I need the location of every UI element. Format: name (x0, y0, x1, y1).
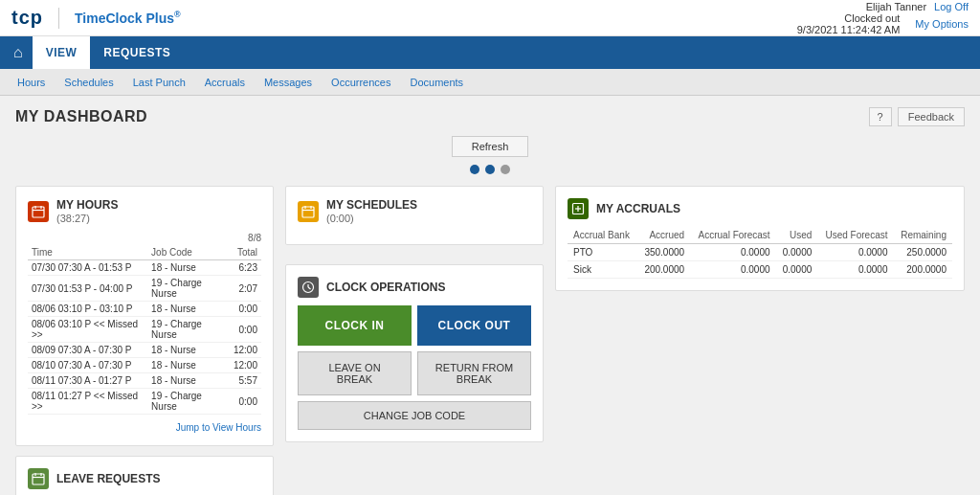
accrual-remaining: 250.0000 (893, 244, 952, 261)
dot-2 (485, 165, 495, 174)
schedules-icon (298, 201, 319, 222)
row-time: 07/30 01:53 P - 04:00 P (28, 276, 147, 302)
row-total: 6:23 (230, 260, 261, 276)
svg-rect-0 (33, 207, 44, 217)
accrual-used: 0.0000 (776, 244, 818, 261)
page-title-row: MY DASHBOARD ? Feedback (15, 107, 965, 126)
accruals-col-accrued: Accrued (637, 227, 690, 244)
my-schedules-title-block: MY SCHEDULES (0:00) (326, 198, 417, 225)
row-total: 12:00 (230, 343, 261, 358)
row-job: 18 - Nurse (147, 302, 230, 317)
svg-line-14 (308, 287, 311, 289)
my-hours-panel: MY HOURS (38:27) 8/8 Time Job Code Total (15, 186, 274, 446)
header: tcp TimeClock Plus® Elijah Tanner Log Of… (0, 0, 980, 36)
logo-tcp: tcp (11, 7, 43, 29)
subnav-occurrences[interactable]: Occurrences (322, 73, 400, 92)
row-time: 08/10 07:30 A - 07:30 P (28, 358, 147, 373)
accruals-row: Sick 200.0000 0.0000 0.0000 0.0000 200.0… (568, 261, 952, 279)
my-hours-title: MY HOURS (56, 198, 118, 212)
accrual-used-forecast: 0.0000 (817, 244, 893, 261)
home-button[interactable]: ⌂ (4, 38, 33, 67)
nav-requests-tab[interactable]: REQUESTS (90, 36, 184, 69)
row-job: 18 - Nurse (147, 343, 230, 358)
subnav-accruals[interactable]: Accruals (195, 73, 255, 92)
table-row: 08/10 07:30 A - 07:30 P 18 - Nurse 12:00 (28, 358, 261, 373)
table-row: 08/11 01:27 P << Missed >> 19 - Charge N… (28, 389, 261, 415)
subnav-hours[interactable]: Hours (8, 73, 55, 92)
my-options-link[interactable]: My Options (915, 18, 969, 30)
accruals-col-bank: Accrual Bank (568, 227, 637, 244)
center-column: MY SCHEDULES (0:00) C (285, 186, 544, 442)
logo-timeclock: TimeClock Plus® (75, 10, 181, 26)
clock-ops-grid: CLOCK IN CLOCK OUT LEAVE ONBREAK RETURN … (298, 305, 531, 430)
row-total: 0:00 (230, 317, 261, 343)
my-schedules-subtitle: (0:00) (326, 213, 354, 224)
hours-table: Time Job Code Total 07/30 07:30 A - 01:5… (28, 245, 261, 415)
table-row: 07/30 07:30 A - 01:53 P 18 - Nurse 6:23 (28, 260, 261, 276)
row-job: 19 - Charge Nurse (147, 389, 230, 415)
return-from-break-button[interactable]: RETURN FROMBREAK (417, 351, 531, 395)
dashboard-row: MY HOURS (38:27) 8/8 Time Job Code Total (15, 186, 965, 495)
row-total: 12:00 (230, 358, 261, 373)
row-job: 18 - Nurse (147, 373, 230, 389)
table-row: 08/09 07:30 A - 07:30 P 18 - Nurse 12:00 (28, 343, 261, 358)
log-off-link[interactable]: Log Off (934, 1, 969, 12)
feedback-button[interactable]: Feedback (898, 107, 965, 126)
view-hours-link-container: Jump to View Hours (28, 420, 261, 434)
leave-on-break-button[interactable]: LEAVE ONBREAK (298, 351, 412, 395)
accrual-used-forecast: 0.0000 (817, 261, 893, 279)
my-hours-title-block: MY HOURS (38:27) (56, 198, 118, 225)
row-job: 18 - Nurse (147, 358, 230, 373)
subnav-last-punch[interactable]: Last Punch (123, 73, 195, 92)
leave-requests-header: LEAVE REQUESTS (28, 468, 261, 489)
clock-ops-header: CLOCK OPERATIONS (298, 277, 531, 298)
accrual-used: 0.0000 (776, 261, 818, 279)
carousel-dots (470, 165, 510, 174)
col-jobcode: Job Code (147, 245, 230, 260)
subnav-documents[interactable]: Documents (400, 73, 473, 92)
row-total: 2:07 (230, 276, 261, 302)
my-accruals-header: MY ACCRUALS (568, 198, 952, 219)
col-time: Time (28, 245, 147, 260)
user-info: Elijah Tanner Log Off Clocked out 9/3/20… (797, 1, 969, 35)
clock-icon (298, 277, 319, 298)
hours-icon (28, 201, 49, 222)
left-column: MY HOURS (38:27) 8/8 Time Job Code Total (15, 186, 274, 495)
row-time: 08/06 03:10 P << Missed >> (28, 317, 147, 343)
clock-in-button[interactable]: CLOCK IN (298, 305, 412, 346)
page-actions: ? Feedback (869, 107, 965, 126)
accrual-accrued: 200.0000 (637, 261, 690, 279)
row-time: 08/06 03:10 P - 03:10 P (28, 302, 147, 317)
leave-requests-title: LEAVE REQUESTS (56, 472, 160, 485)
accrual-bank: PTO (568, 244, 637, 261)
subnav: Hours Schedules Last Punch Accruals Mess… (0, 69, 980, 96)
change-job-code-button[interactable]: CHANGE JOB CODE (298, 401, 531, 430)
row-time: 08/09 07:30 A - 07:30 P (28, 343, 147, 358)
my-accruals-panel: MY ACCRUALS Accrual Bank Accrued Accrual… (555, 186, 965, 291)
row-job: 19 - Charge Nurse (147, 276, 230, 302)
clock-ops-title: CLOCK OPERATIONS (326, 281, 445, 294)
my-schedules-panel: MY SCHEDULES (0:00) (285, 186, 544, 245)
subnav-messages[interactable]: Messages (255, 73, 322, 92)
clock-out-button[interactable]: CLOCK OUT (417, 305, 531, 346)
subnav-schedules[interactable]: Schedules (55, 73, 122, 92)
user-datetime: 9/3/2021 11:24:42 AM (797, 24, 901, 35)
refresh-button[interactable]: Refresh (452, 136, 529, 157)
row-total: 0:00 (230, 302, 261, 317)
user-status: Clocked out (844, 12, 900, 24)
user-name: Elijah Tanner (866, 1, 926, 12)
col-total: Total (230, 245, 261, 260)
logo-divider-line (58, 8, 59, 29)
row-job: 19 - Charge Nurse (147, 317, 230, 343)
accruals-icon (568, 198, 589, 219)
nav-view-tab[interactable]: VIEW (33, 36, 91, 69)
accruals-col-used-forecast: Used Forecast (817, 227, 893, 244)
page-title: MY DASHBOARD (15, 108, 147, 125)
help-button[interactable]: ? (869, 107, 892, 126)
accruals-col-used: Used (776, 227, 818, 244)
row-total: 0:00 (230, 389, 261, 415)
accruals-table: Accrual Bank Accrued Accrual Forecast Us… (568, 227, 952, 279)
dot-3 (501, 165, 510, 174)
row-total: 5:57 (230, 373, 261, 389)
view-hours-link[interactable]: Jump to View Hours (176, 422, 261, 433)
